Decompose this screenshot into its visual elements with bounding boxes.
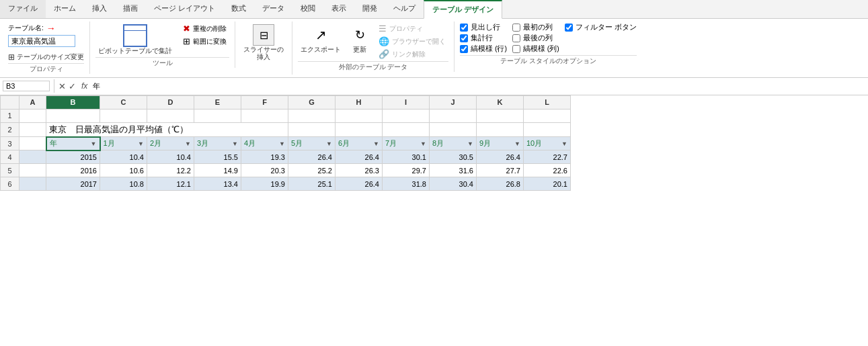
col-header-G[interactable]: G bbox=[288, 95, 336, 109]
cell-J4[interactable]: 30.5 bbox=[430, 150, 477, 164]
cell-A5[interactable] bbox=[19, 164, 46, 177]
cell-G4[interactable]: 26.4 bbox=[288, 150, 336, 164]
cell-I2[interactable] bbox=[383, 122, 430, 137]
cell-K3[interactable]: 9月 ▼ bbox=[477, 137, 524, 150]
tab-file[interactable]: ファイル bbox=[0, 0, 46, 18]
convert-button[interactable]: ⊞ 範囲に変換 bbox=[180, 36, 229, 47]
tab-data[interactable]: データ bbox=[254, 0, 292, 18]
cell-C4[interactable]: 10.4 bbox=[100, 150, 147, 164]
cell-H2[interactable] bbox=[336, 122, 383, 137]
cell-E6[interactable]: 13.4 bbox=[194, 177, 241, 191]
unlink-button[interactable]: 🔗 リンク解除 bbox=[376, 48, 448, 60]
dropdown-arrow-jun[interactable]: ▼ bbox=[373, 140, 379, 147]
cell-L3[interactable]: 10月 ▼ bbox=[524, 137, 571, 150]
cell-I5[interactable]: 29.7 bbox=[383, 164, 430, 177]
col-header-F[interactable]: F bbox=[241, 95, 288, 109]
cell-K4[interactable]: 26.4 bbox=[477, 150, 524, 164]
tab-insert[interactable]: 挿入 bbox=[84, 0, 115, 18]
col-header-D[interactable]: D bbox=[147, 95, 194, 109]
cell-H3[interactable]: 6月 ▼ bbox=[336, 137, 383, 150]
cell-F6[interactable]: 19.9 bbox=[241, 177, 288, 191]
cell-J2[interactable] bbox=[430, 122, 477, 137]
banded-rows-checkbox[interactable] bbox=[460, 45, 468, 53]
refresh-button[interactable]: ↻ 更新 bbox=[346, 23, 373, 54]
pivot-table-button[interactable]: ピボットテーブルで集計 bbox=[95, 23, 175, 56]
cell-H5[interactable]: 26.3 bbox=[336, 164, 383, 177]
cell-E5[interactable]: 14.9 bbox=[194, 164, 241, 177]
banded-cols-check[interactable]: 縞模様 (列) bbox=[512, 44, 559, 54]
open-browser-button[interactable]: 🌐 ブラウザーで開く bbox=[376, 36, 448, 47]
col-header-E[interactable]: E bbox=[194, 95, 241, 109]
cell-F4[interactable]: 19.3 bbox=[241, 150, 288, 164]
tab-dev[interactable]: 開発 bbox=[354, 0, 385, 18]
header-row-checkbox[interactable] bbox=[460, 24, 468, 32]
dropdown-arrow-jan[interactable]: ▼ bbox=[138, 140, 144, 147]
total-row-checkbox[interactable] bbox=[460, 34, 468, 42]
filter-btn-check[interactable]: フィルター ボタン bbox=[565, 23, 637, 32]
last-col-checkbox[interactable] bbox=[512, 34, 520, 42]
cell-E3[interactable]: 3月 ▼ bbox=[194, 137, 241, 150]
cell-I3[interactable]: 7月 ▼ bbox=[383, 137, 430, 150]
cell-C1[interactable] bbox=[100, 109, 147, 122]
slicer-button[interactable]: ⊟ スライサーの挿入 bbox=[241, 23, 286, 62]
cell-reference-box[interactable]: B3 bbox=[3, 81, 50, 91]
col-header-J[interactable]: J bbox=[430, 95, 477, 109]
cell-K6[interactable]: 26.8 bbox=[477, 177, 524, 191]
tab-home[interactable]: ホーム bbox=[46, 0, 84, 18]
col-header-A[interactable]: A bbox=[19, 95, 46, 109]
cell-L5[interactable]: 22.6 bbox=[524, 164, 571, 177]
cell-C5[interactable]: 10.6 bbox=[100, 164, 147, 177]
tab-formula[interactable]: 数式 bbox=[223, 0, 254, 18]
cell-B6[interactable]: 2017 bbox=[46, 177, 100, 191]
first-col-check[interactable]: 最初の列 bbox=[512, 23, 559, 32]
cell-C6[interactable]: 10.8 bbox=[100, 177, 147, 191]
first-col-checkbox[interactable] bbox=[512, 24, 520, 32]
cell-K5[interactable]: 27.7 bbox=[477, 164, 524, 177]
confirm-icon[interactable]: ✓ bbox=[69, 81, 76, 91]
resize-table-button[interactable]: ⊞ テーブルのサイズ変更 bbox=[8, 52, 84, 62]
banded-rows-check[interactable]: 縞模様 (行) bbox=[460, 44, 507, 54]
cell-C3[interactable]: 1月 ▼ bbox=[100, 137, 147, 150]
filter-btn-checkbox[interactable] bbox=[565, 24, 573, 32]
dropdown-arrow-mar[interactable]: ▼ bbox=[232, 140, 238, 147]
total-row-check[interactable]: 集計行 bbox=[460, 34, 507, 43]
banded-cols-checkbox[interactable] bbox=[512, 45, 520, 53]
cell-F5[interactable]: 20.3 bbox=[241, 164, 288, 177]
dropdown-arrow-sep[interactable]: ▼ bbox=[514, 140, 520, 147]
dropdown-arrow-oct[interactable]: ▼ bbox=[561, 140, 567, 147]
dropdown-arrow-jul[interactable]: ▼ bbox=[420, 140, 426, 147]
cell-H6[interactable]: 26.4 bbox=[336, 177, 383, 191]
dropdown-arrow-aug[interactable]: ▼ bbox=[467, 140, 473, 147]
cell-H4[interactable]: 26.4 bbox=[336, 150, 383, 164]
cell-B5[interactable]: 2016 bbox=[46, 164, 100, 177]
dropdown-arrow-feb[interactable]: ▼ bbox=[185, 140, 191, 147]
cell-B3[interactable]: 年 ▼ bbox=[46, 137, 100, 150]
col-header-B[interactable]: B bbox=[46, 95, 100, 109]
cell-G6[interactable]: 25.1 bbox=[288, 177, 336, 191]
tab-draw[interactable]: 描画 bbox=[115, 0, 146, 18]
cell-J3[interactable]: 8月 ▼ bbox=[430, 137, 477, 150]
formula-input[interactable] bbox=[93, 82, 865, 90]
col-header-K[interactable]: K bbox=[477, 95, 524, 109]
cell-L6[interactable]: 20.1 bbox=[524, 177, 571, 191]
cell-D6[interactable]: 12.1 bbox=[147, 177, 194, 191]
cell-I1[interactable] bbox=[383, 109, 430, 122]
cell-E1[interactable] bbox=[194, 109, 241, 122]
dedup-button[interactable]: ✖ 重複の削除 bbox=[180, 23, 229, 34]
tab-page-layout[interactable]: ページ レイアウト bbox=[146, 0, 223, 18]
cell-D3[interactable]: 2月 ▼ bbox=[147, 137, 194, 150]
cell-A2[interactable] bbox=[19, 122, 46, 137]
cell-D4[interactable]: 10.4 bbox=[147, 150, 194, 164]
cell-B2[interactable]: 東京 日最高気温の月平均値（℃） bbox=[46, 122, 288, 137]
export-button[interactable]: ↗ エクスポート bbox=[298, 23, 344, 54]
cell-J1[interactable] bbox=[430, 109, 477, 122]
cell-I4[interactable]: 30.1 bbox=[383, 150, 430, 164]
cell-F1[interactable] bbox=[241, 109, 288, 122]
tab-table-design[interactable]: テーブル デザイン bbox=[424, 0, 502, 19]
col-header-L[interactable]: L bbox=[524, 95, 571, 109]
col-header-I[interactable]: I bbox=[383, 95, 430, 109]
cancel-icon[interactable]: ✕ bbox=[58, 81, 66, 91]
cell-K2[interactable] bbox=[477, 122, 524, 137]
dropdown-arrow-apr[interactable]: ▼ bbox=[279, 140, 285, 147]
cell-B4[interactable]: 2015 bbox=[46, 150, 100, 164]
